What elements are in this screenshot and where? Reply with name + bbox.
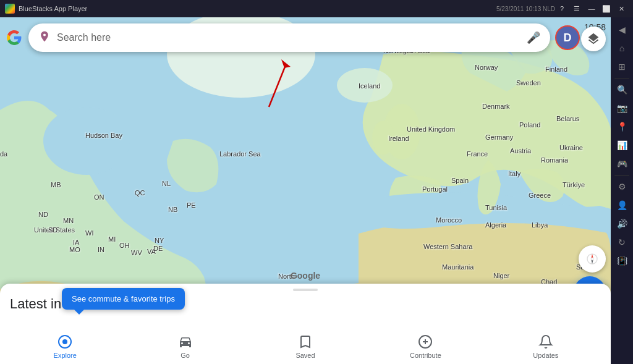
recenter-button[interactable]: [579, 245, 606, 273]
timestamp: 5/23/2011 10:13 NLD: [496, 6, 555, 12]
close-button[interactable]: ✕: [614, 3, 628, 14]
title-bar: BlueStacks App Player 5/23/2011 10:13 NL…: [0, 0, 633, 17]
svg-point-13: [62, 339, 67, 344]
bs-apps-icon[interactable]: ⊞: [613, 58, 631, 75]
explore-icon: [56, 333, 74, 350]
contribute-icon: [417, 333, 434, 350]
updates-label: Updates: [533, 352, 558, 359]
layers-button[interactable]: [581, 27, 606, 51]
menu-button[interactable]: ☰: [570, 3, 584, 14]
bs-back-icon[interactable]: ◀: [613, 21, 631, 38]
bs-search-icon[interactable]: 🔍: [613, 81, 631, 98]
app-container: Norwegian Sea Iceland Sweden Norway Finl…: [0, 17, 611, 364]
search-bar[interactable]: Search here 🎤: [28, 23, 550, 52]
microphone-icon[interactable]: 🎤: [527, 31, 540, 44]
contribute-label: Contribute: [410, 352, 441, 359]
bs-shake-icon[interactable]: 📳: [613, 252, 631, 269]
svg-point-4: [372, 121, 394, 155]
drag-handle[interactable]: [293, 289, 318, 291]
google-logo: [5, 28, 23, 47]
saved-icon: [297, 333, 314, 350]
bs-settings-icon[interactable]: ⚙: [613, 178, 631, 195]
nav-item-updates[interactable]: Updates: [486, 333, 606, 359]
bs-home-icon[interactable]: ⌂: [613, 40, 631, 57]
bs-location-icon[interactable]: 📍: [613, 118, 631, 135]
help-button[interactable]: ?: [555, 3, 569, 14]
explore-label: Explore: [54, 352, 77, 359]
nav-item-saved[interactable]: Saved: [245, 333, 365, 359]
bs-camera-icon[interactable]: 📷: [613, 99, 631, 117]
minimize-button[interactable]: —: [585, 3, 598, 14]
nav-item-go[interactable]: Go: [125, 333, 245, 359]
google-watermark: Google: [291, 271, 320, 281]
window-controls: ? ☰ — ⬜ ✕: [555, 3, 628, 14]
svg-point-2: [43, 107, 130, 175]
top-search-bar: Search here 🎤 D: [5, 23, 580, 52]
search-input[interactable]: Search here: [57, 32, 520, 43]
saved-label: Saved: [295, 352, 315, 359]
bs-rotate-icon[interactable]: ↻: [613, 234, 631, 251]
map-pin-icon: [38, 30, 51, 45]
bs-chart-icon[interactable]: 📊: [613, 137, 631, 154]
svg-point-11: [591, 258, 593, 260]
nav-item-explore[interactable]: Explore: [5, 333, 125, 359]
go-label: Go: [181, 352, 190, 359]
bluestacks-sidebar: ◀ ⌂ ⊞ 🔍 📷 📍 📊 🎮 ⚙ 👤 🔊 ↻ 📳: [611, 17, 633, 364]
map-area[interactable]: Norwegian Sea Iceland Sweden Norway Finl…: [0, 17, 611, 364]
nav-item-contribute[interactable]: Contribute: [365, 333, 485, 359]
bs-separator: [614, 78, 629, 78]
commute-tooltip[interactable]: See commute & favorite trips: [62, 288, 185, 310]
bs-volume-icon[interactable]: 🔊: [613, 215, 631, 232]
go-icon: [177, 333, 194, 350]
bs-gamepad-icon[interactable]: 🎮: [613, 155, 631, 172]
maximize-button[interactable]: ⬜: [600, 3, 613, 14]
updates-icon: [537, 333, 554, 350]
app-title: BlueStacks App Player: [19, 5, 496, 12]
user-avatar-button[interactable]: D: [555, 25, 580, 50]
svg-point-5: [337, 68, 393, 103]
bluestacks-logo: [5, 4, 15, 14]
bs-person-icon[interactable]: 👤: [613, 197, 631, 214]
bottom-navigation: Explore Go Saved: [0, 321, 611, 364]
bottom-panel: Latest in the area See commute & favorit…: [0, 284, 611, 364]
bs-separator2: [614, 175, 629, 176]
